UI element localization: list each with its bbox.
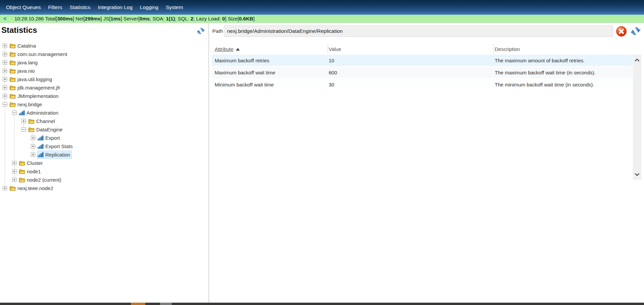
folder-icon [9,60,16,65]
tree-guide-line [5,134,5,142]
status-metric: 299ms [85,16,101,21]
status-text: ; SQL: [175,16,191,21]
tree-row: java.nio [0,67,206,75]
status-text: ; Lazy Load: [193,16,222,21]
table-row[interactable]: Maximum backoff retries10The maximum amo… [212,55,633,67]
status-bar: < 10:28:10.286 Total[300ms] Net[299ms] J… [0,15,644,23]
refresh-icon[interactable] [630,25,641,37]
menu-item-object-queues[interactable]: Object Queues [2,0,44,15]
folder-icon [28,119,35,124]
vertical-scrollbar[interactable] [633,55,641,180]
tree-guide-line [5,125,5,134]
tree-node-java-lang[interactable]: java.lang [9,59,39,66]
tree-node-label: Replication [45,152,70,158]
tree-node-com-sun-management[interactable]: com.sun.management [9,50,68,58]
tree-row: Channel [0,117,206,125]
folder-icon [19,161,25,166]
tree-row: nexj.teee.node2 [0,184,206,192]
folder-icon [9,85,16,90]
tree-node-label: java.lang [17,60,38,65]
tree-node-node2-current[interactable]: node2 (current) [18,176,63,184]
expand-plus-icon[interactable] [3,85,7,90]
detail-panel: Path AttributeValueDescription Maximum b… [209,23,644,303]
refresh-icon[interactable] [196,26,205,36]
close-x-icon[interactable] [616,26,627,37]
tree-guide-line [5,150,5,159]
expand-plus-icon[interactable] [12,161,16,165]
back-arrow-icon[interactable]: < [3,15,7,22]
expand-plus-icon[interactable] [31,144,35,148]
menu-item-filters[interactable]: Filters [44,0,66,15]
menu-item-logging[interactable]: Logging [136,0,162,15]
tree-row: nexj.bridge [0,100,206,109]
tree-node-java-util-logging[interactable]: java.util.logging [9,75,53,83]
expand-plus-icon[interactable] [21,119,26,123]
tree-row: java.lang [0,58,206,67]
column-header-value[interactable]: Value [329,46,341,52]
tree-guide-line [14,125,14,134]
table-row[interactable]: Maximum backoff wait time600The maximum … [212,67,633,79]
expand-plus-icon[interactable] [3,44,7,48]
tree-node-nexj-teee-node2[interactable]: nexj.teee.node2 [9,184,55,192]
column-header-description[interactable]: Description [495,46,520,52]
tree-node-jdk-management-jfr[interactable]: jdk.management.jfr [9,84,62,92]
tree-node-java-nio[interactable]: java.nio [9,67,36,75]
tree-node-cluster[interactable]: Cluster [18,159,44,167]
column-header-attribute[interactable]: Attribute [215,46,240,52]
tree-row: JMImplementation [0,92,206,100]
tree-node-catalina[interactable]: Catalina [9,42,37,50]
status-text: ] JS[ [101,16,111,21]
tree-row: Catalina [0,42,206,50]
expand-plus-icon[interactable] [3,77,7,81]
expand-plus-icon[interactable] [31,136,35,140]
tree-node-export[interactable]: Export [37,134,61,142]
tree-guide-line [5,159,5,167]
tree-node-label: Administration [26,110,58,116]
expand-plus-icon[interactable] [12,178,16,182]
expand-plus-icon[interactable] [12,169,16,174]
tree-node-nexj-bridge[interactable]: nexj.bridge [9,101,43,108]
collapse-minus-icon[interactable] [3,102,7,107]
collapse-minus-icon[interactable] [12,111,16,115]
path-input[interactable] [224,25,613,37]
menu-item-statistics[interactable]: Statistics [66,0,94,15]
cell-description: The maximum amount of backoff retries. [495,58,585,63]
tree-row: Export [0,134,206,142]
tree-row: com.sun.management [0,50,206,58]
expand-plus-icon[interactable] [31,152,35,157]
collapse-minus-icon[interactable] [21,127,26,132]
tree-guide-line [14,142,14,150]
tree-guide-line [5,142,5,150]
folder-icon [19,177,25,183]
status-text: ] Size[ [225,16,239,21]
tree-node-jmimplementation[interactable]: JMImplementation [9,92,60,100]
menu-item-integration-log[interactable]: Integration Log [94,0,136,15]
tree-node-label: nexj.teee.node2 [17,185,53,191]
tree-node-channel[interactable]: Channel [28,117,56,125]
tree-node-label: Export Stats [45,143,73,149]
tree-node-replication[interactable]: Replication [37,151,71,159]
tree-row: Export Stats [0,142,206,150]
tree-node-label: Channel [36,118,55,124]
tree-node-dataengine[interactable]: DataEngine [28,126,64,133]
expand-plus-icon[interactable] [3,94,7,98]
expand-plus-icon[interactable] [3,69,7,73]
chevron-down-icon[interactable] [633,170,641,178]
expand-plus-icon[interactable] [3,186,7,190]
column-separator [328,44,328,54]
tree-node-administration[interactable]: Administration [18,109,60,117]
folder-icon [19,169,25,174]
tree-node-export-stats[interactable]: Export Stats [37,142,74,150]
tree-node-node1[interactable]: node1 [18,168,42,175]
tree-node-label: java.nio [17,68,35,74]
chevron-up-icon[interactable] [633,56,641,64]
table-row[interactable]: Minimum backoff wait time30The minimum b… [212,79,633,91]
path-label: Path [212,28,223,34]
cell-attribute: Maximum backoff retries [215,58,269,63]
menu-item-system[interactable]: System [162,0,187,15]
expand-plus-icon[interactable] [3,60,7,65]
cell-attribute: Minimum backoff wait time [215,82,274,87]
expand-plus-icon[interactable] [3,52,7,56]
tree-row: DataEngine [0,125,206,134]
status-message: 10:28:10.286 Total[300ms] Net[299ms] JS[… [14,16,255,21]
